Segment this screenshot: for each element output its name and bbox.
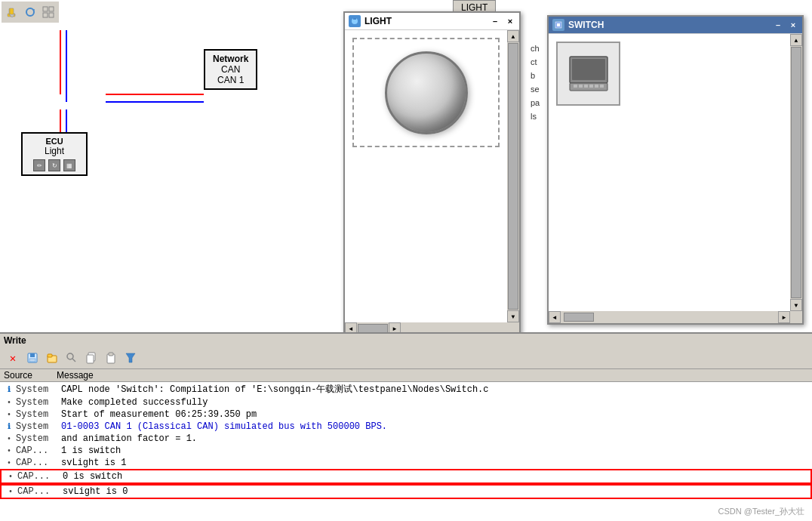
- col-header-source: Source: [4, 370, 57, 381]
- switch-scroll-up[interactable]: ▲: [790, 34, 802, 46]
- log-table: Source Message ℹ System CAPL node 'Switc…: [0, 369, 812, 521]
- dot-icon: •: [5, 473, 16, 481]
- switch-window-controls: – ×: [773, 20, 798, 30]
- log-clear-icon[interactable]: ✕: [5, 350, 21, 366]
- network-can: CAN: [213, 64, 248, 75]
- log-source: CAP...: [16, 445, 61, 456]
- svg-rect-8: [43, 13, 48, 17]
- ecu-icons: ✏ ↻ ▦: [33, 159, 75, 171]
- top-toolbar: [2, 2, 59, 23]
- switch-scroll-down[interactable]: ▼: [790, 299, 802, 311]
- col-header-message: Message: [57, 370, 808, 381]
- grid-icon[interactable]: [40, 4, 57, 20]
- svg-rect-19: [557, 23, 560, 26]
- network-can1: CAN 1: [213, 75, 248, 85]
- light-bulb-area: [352, 38, 500, 147]
- network-node: Network CAN CAN 1: [204, 49, 257, 90]
- ecu-pencil-icon[interactable]: ✏: [33, 159, 45, 171]
- switch-win-icon: [552, 19, 564, 31]
- log-message: svLight is 1: [61, 458, 808, 468]
- svg-rect-33: [48, 354, 52, 357]
- ecu-node: ECU Light ✏ ↻ ▦: [21, 132, 88, 176]
- log-row: • CAP... 0 is switch: [0, 469, 812, 484]
- switch-close-btn[interactable]: ×: [788, 20, 798, 30]
- switch-scroll-left[interactable]: ◄: [549, 311, 561, 323]
- log-source: System: [16, 421, 61, 432]
- svg-rect-23: [574, 85, 577, 88]
- log-message: Start of measurement 06:25:39.350 pm: [61, 409, 808, 420]
- ecu-label: ECU: [33, 137, 75, 146]
- log-row: • CAP... svLight is 1: [0, 457, 812, 469]
- log-message: and animation factor = 1.: [61, 433, 808, 444]
- svg-point-4: [26, 8, 34, 16]
- switch-scroll-thumb-h[interactable]: [564, 313, 594, 322]
- scroll-thumb-v[interactable]: [508, 43, 518, 310]
- info-icon: ℹ: [4, 385, 14, 394]
- light-win-icon: [349, 15, 361, 27]
- svg-rect-27: [595, 85, 598, 88]
- light-window-controls: – ×: [490, 16, 515, 26]
- dot-icon: •: [4, 459, 14, 467]
- log-source: CAP...: [17, 471, 63, 482]
- switch-minimize-btn[interactable]: –: [773, 20, 783, 30]
- switch-scroll-thumb-v[interactable]: [791, 47, 801, 298]
- svg-rect-21: [572, 59, 605, 80]
- refresh-icon[interactable]: [22, 4, 38, 20]
- scroll-corner: [507, 322, 519, 332]
- light-close-btn[interactable]: ×: [505, 16, 515, 26]
- light-scrollbar-v[interactable]: ▲ ▼: [507, 30, 519, 322]
- svg-rect-25: [584, 85, 588, 88]
- switch-scrollbar-h[interactable]: ◄ ►: [549, 311, 790, 323]
- info-icon: ℹ: [4, 422, 14, 431]
- log-search-icon[interactable]: [63, 350, 80, 366]
- scroll-right-arrow[interactable]: ►: [389, 322, 401, 332]
- partial-sidebar-text: ch ct b se pa ls: [531, 42, 540, 123]
- log-row: • System Make completed successfully: [0, 396, 812, 408]
- ecu-refresh-icon[interactable]: ↻: [48, 159, 60, 171]
- svg-rect-17: [353, 18, 356, 20]
- svg-rect-24: [579, 85, 583, 88]
- switch-scrollbar-v[interactable]: ▲ ▼: [790, 34, 802, 311]
- log-open-icon[interactable]: [44, 350, 60, 366]
- log-message: 0 is switch: [63, 471, 807, 482]
- log-source: System: [16, 433, 61, 444]
- scroll-up-arrow[interactable]: ▲: [507, 30, 519, 42]
- scroll-left-arrow[interactable]: ◄: [345, 322, 357, 332]
- log-message: svLight is 0: [63, 486, 807, 497]
- log-copy-icon[interactable]: [83, 350, 100, 366]
- switch-body: ▲ ▼ ◄ ►: [549, 34, 802, 323]
- switch-scroll-right[interactable]: ►: [778, 311, 790, 323]
- watermark: CSDN @Tester_孙大壮: [718, 506, 804, 517]
- light-window-title: LIGHT: [364, 16, 392, 26]
- ecu-grid-icon[interactable]: ▦: [63, 159, 75, 171]
- log-row: • CAP... 1 is switch: [0, 445, 812, 457]
- log-area: Write ✕: [0, 332, 812, 521]
- switch-titlebar: SWITCH – ×: [549, 17, 802, 34]
- light-body: ▲ ▼ ◄ ►: [345, 30, 519, 332]
- log-message: CAPL node 'Switch': Compilation of 'E:\s…: [61, 383, 808, 396]
- light-titlebar: LIGHT – ×: [345, 13, 519, 30]
- scroll-down-arrow[interactable]: ▼: [507, 310, 519, 322]
- log-row: • CAP... svLight is 0: [0, 484, 812, 499]
- log-source: CAP...: [17, 486, 63, 497]
- light-scrollbar-h[interactable]: ◄ ►: [345, 322, 507, 332]
- light-minimize-btn[interactable]: –: [490, 16, 500, 26]
- log-source: CAP...: [16, 458, 61, 468]
- switch-icon-area: [556, 42, 620, 106]
- dot-icon: •: [4, 399, 14, 407]
- svg-marker-40: [126, 353, 135, 362]
- log-filter-icon[interactable]: [122, 350, 139, 366]
- switch-device-icon: [566, 53, 611, 94]
- scroll-thumb-h[interactable]: [358, 324, 388, 332]
- switch-window: SWITCH – ×: [547, 15, 804, 325]
- log-row: • System Start of measurement 06:25:39.3…: [0, 408, 812, 421]
- log-save-icon[interactable]: [24, 350, 41, 366]
- svg-rect-39: [109, 353, 113, 356]
- log-paste-icon[interactable]: [103, 350, 119, 366]
- light-window: LIGHT – × ▲ ▼ ◄ ►: [343, 11, 521, 332]
- log-source: System: [16, 384, 61, 395]
- switch-window-title: SWITCH: [568, 20, 604, 30]
- log-rows-container: ℹ System CAPL node 'Switch': Compilation…: [0, 382, 812, 499]
- pencil-icon[interactable]: [4, 4, 20, 20]
- dot-icon: •: [4, 447, 14, 455]
